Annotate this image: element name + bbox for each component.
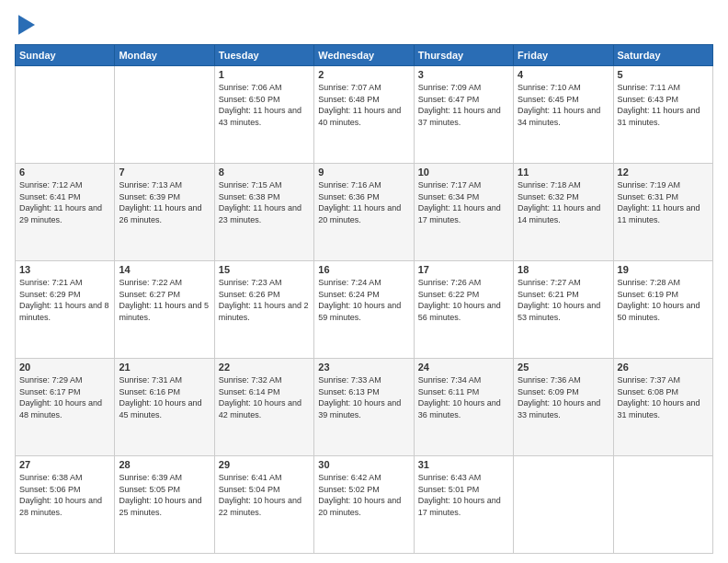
day-number: 26: [618, 362, 709, 373]
calendar-cell: 22 Sunrise: 7:32 AMSunset: 6:14 PMDaylig…: [214, 359, 313, 456]
day-info: Sunrise: 7:13 AMSunset: 6:39 PMDaylight:…: [119, 179, 210, 225]
calendar-week-row: 1 Sunrise: 7:06 AMSunset: 6:50 PMDayligh…: [16, 66, 713, 164]
day-number: 27: [19, 459, 110, 470]
calendar-week-row: 13 Sunrise: 7:21 AMSunset: 6:29 PMDaylig…: [16, 261, 713, 359]
calendar-cell: 20 Sunrise: 7:29 AMSunset: 6:17 PMDaylig…: [16, 359, 115, 456]
day-info: Sunrise: 6:43 AMSunset: 5:01 PMDaylight:…: [418, 472, 509, 518]
calendar-cell: 9 Sunrise: 7:16 AMSunset: 6:36 PMDayligh…: [314, 164, 414, 261]
day-number: 4: [518, 69, 609, 80]
day-info: Sunrise: 7:29 AMSunset: 6:17 PMDaylight:…: [19, 374, 110, 420]
day-info: Sunrise: 7:34 AMSunset: 6:11 PMDaylight:…: [418, 374, 509, 420]
day-number: 11: [518, 167, 609, 178]
calendar-cell: 13 Sunrise: 7:21 AMSunset: 6:29 PMDaylig…: [16, 261, 115, 359]
calendar-cell: 11 Sunrise: 7:18 AMSunset: 6:32 PMDaylig…: [514, 164, 613, 261]
day-number: 21: [119, 362, 210, 373]
day-number: 14: [119, 264, 210, 275]
calendar-cell: 31 Sunrise: 6:43 AMSunset: 5:01 PMDaylig…: [414, 456, 513, 554]
calendar-cell: 24 Sunrise: 7:34 AMSunset: 6:11 PMDaylig…: [414, 359, 513, 456]
day-info: Sunrise: 7:07 AMSunset: 6:48 PMDaylight:…: [318, 82, 409, 128]
logo-icon: [18, 15, 35, 35]
calendar-cell: 28 Sunrise: 6:39 AMSunset: 5:05 PMDaylig…: [115, 456, 214, 554]
day-info: Sunrise: 7:06 AMSunset: 6:50 PMDaylight:…: [219, 82, 310, 128]
day-info: Sunrise: 7:19 AMSunset: 6:31 PMDaylight:…: [618, 179, 709, 225]
calendar-week-row: 20 Sunrise: 7:29 AMSunset: 6:17 PMDaylig…: [16, 359, 713, 456]
calendar-cell: 5 Sunrise: 7:11 AMSunset: 6:43 PMDayligh…: [613, 66, 712, 164]
day-info: Sunrise: 7:22 AMSunset: 6:27 PMDaylight:…: [119, 277, 210, 323]
day-info: Sunrise: 7:24 AMSunset: 6:24 PMDaylight:…: [318, 277, 409, 323]
day-number: 1: [219, 69, 310, 80]
day-info: Sunrise: 7:17 AMSunset: 6:34 PMDaylight:…: [418, 179, 509, 225]
calendar-cell: 15 Sunrise: 7:23 AMSunset: 6:26 PMDaylig…: [214, 261, 313, 359]
calendar-cell: 1 Sunrise: 7:06 AMSunset: 6:50 PMDayligh…: [214, 66, 313, 164]
calendar-cell: 10 Sunrise: 7:17 AMSunset: 6:34 PMDaylig…: [414, 164, 513, 261]
calendar-cell: 18 Sunrise: 7:27 AMSunset: 6:21 PMDaylig…: [514, 261, 613, 359]
calendar-cell: 7 Sunrise: 7:13 AMSunset: 6:39 PMDayligh…: [115, 164, 214, 261]
day-info: Sunrise: 6:39 AMSunset: 5:05 PMDaylight:…: [119, 472, 210, 518]
weekday-header: Saturday: [613, 45, 712, 66]
weekday-header: Wednesday: [314, 45, 414, 66]
day-number: 30: [318, 459, 409, 470]
calendar-cell: 23 Sunrise: 7:33 AMSunset: 6:13 PMDaylig…: [314, 359, 414, 456]
day-number: 5: [618, 69, 709, 80]
calendar-cell: 8 Sunrise: 7:15 AMSunset: 6:38 PMDayligh…: [214, 164, 313, 261]
day-number: 13: [19, 264, 110, 275]
day-info: Sunrise: 7:10 AMSunset: 6:45 PMDaylight:…: [518, 82, 609, 128]
day-info: Sunrise: 7:11 AMSunset: 6:43 PMDaylight:…: [618, 82, 709, 128]
day-info: Sunrise: 6:42 AMSunset: 5:02 PMDaylight:…: [318, 472, 409, 518]
day-info: Sunrise: 6:38 AMSunset: 5:06 PMDaylight:…: [19, 472, 110, 518]
calendar-week-row: 27 Sunrise: 6:38 AMSunset: 5:06 PMDaylig…: [16, 456, 713, 554]
day-info: Sunrise: 7:33 AMSunset: 6:13 PMDaylight:…: [318, 374, 409, 420]
calendar-cell: 29 Sunrise: 6:41 AMSunset: 5:04 PMDaylig…: [214, 456, 313, 554]
day-info: Sunrise: 7:23 AMSunset: 6:26 PMDaylight:…: [219, 277, 310, 323]
calendar-cell: 3 Sunrise: 7:09 AMSunset: 6:47 PMDayligh…: [414, 66, 513, 164]
calendar-cell: [115, 66, 214, 164]
calendar-cell: 21 Sunrise: 7:31 AMSunset: 6:16 PMDaylig…: [115, 359, 214, 456]
calendar-cell: 30 Sunrise: 6:42 AMSunset: 5:02 PMDaylig…: [314, 456, 414, 554]
day-number: 2: [318, 69, 409, 80]
calendar-cell: [514, 456, 613, 554]
day-info: Sunrise: 7:28 AMSunset: 6:19 PMDaylight:…: [618, 277, 709, 323]
day-number: 15: [219, 264, 310, 275]
day-number: 8: [219, 167, 310, 178]
logo: [15, 15, 35, 35]
day-info: Sunrise: 7:15 AMSunset: 6:38 PMDaylight:…: [219, 179, 310, 225]
day-info: Sunrise: 7:26 AMSunset: 6:22 PMDaylight:…: [418, 277, 509, 323]
day-info: Sunrise: 7:12 AMSunset: 6:41 PMDaylight:…: [19, 179, 110, 225]
day-number: 31: [418, 459, 509, 470]
calendar-cell: [16, 66, 115, 164]
day-number: 7: [119, 167, 210, 178]
weekday-header: Sunday: [16, 45, 115, 66]
day-info: Sunrise: 7:09 AMSunset: 6:47 PMDaylight:…: [418, 82, 509, 128]
day-number: 22: [219, 362, 310, 373]
day-number: 25: [518, 362, 609, 373]
day-number: 18: [518, 264, 609, 275]
day-number: 16: [318, 264, 409, 275]
header: [15, 15, 713, 35]
calendar-table: SundayMondayTuesdayWednesdayThursdayFrid…: [15, 44, 713, 554]
calendar-cell: 4 Sunrise: 7:10 AMSunset: 6:45 PMDayligh…: [514, 66, 613, 164]
calendar-cell: 19 Sunrise: 7:28 AMSunset: 6:19 PMDaylig…: [613, 261, 712, 359]
calendar-cell: 27 Sunrise: 6:38 AMSunset: 5:06 PMDaylig…: [16, 456, 115, 554]
day-info: Sunrise: 7:37 AMSunset: 6:08 PMDaylight:…: [618, 374, 709, 420]
day-info: Sunrise: 7:32 AMSunset: 6:14 PMDaylight:…: [219, 374, 310, 420]
day-number: 24: [418, 362, 509, 373]
weekday-header: Monday: [115, 45, 214, 66]
day-number: 17: [418, 264, 509, 275]
calendar-header-row: SundayMondayTuesdayWednesdayThursdayFrid…: [16, 45, 713, 66]
day-number: 3: [418, 69, 509, 80]
weekday-header: Tuesday: [214, 45, 313, 66]
calendar-cell: [613, 456, 712, 554]
day-info: Sunrise: 7:36 AMSunset: 6:09 PMDaylight:…: [518, 374, 609, 420]
day-number: 6: [19, 167, 110, 178]
day-number: 12: [618, 167, 709, 178]
day-number: 9: [318, 167, 409, 178]
day-info: Sunrise: 7:21 AMSunset: 6:29 PMDaylight:…: [19, 277, 110, 323]
day-number: 19: [618, 264, 709, 275]
day-number: 20: [19, 362, 110, 373]
day-info: Sunrise: 7:27 AMSunset: 6:21 PMDaylight:…: [518, 277, 609, 323]
day-info: Sunrise: 7:31 AMSunset: 6:16 PMDaylight:…: [119, 374, 210, 420]
calendar-week-row: 6 Sunrise: 7:12 AMSunset: 6:41 PMDayligh…: [16, 164, 713, 261]
day-number: 10: [418, 167, 509, 178]
svg-marker-0: [18, 15, 35, 35]
calendar-cell: 12 Sunrise: 7:19 AMSunset: 6:31 PMDaylig…: [613, 164, 712, 261]
